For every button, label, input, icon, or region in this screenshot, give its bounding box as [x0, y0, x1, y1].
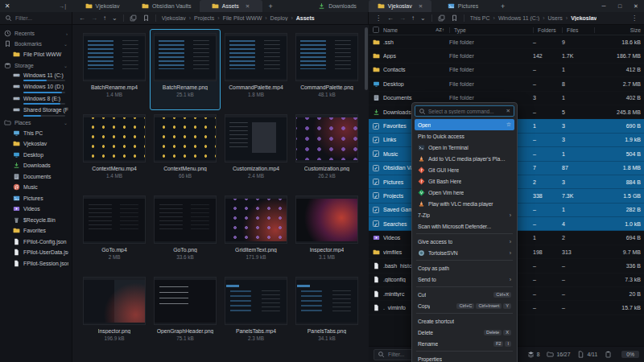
sidebar-section-recents[interactable]: Recents› [0, 28, 72, 39]
breadcrumb-segment[interactable]: Vjekoslav [162, 15, 186, 21]
grid-item-batchrename-mp4[interactable]: BatchRename.mp41.4 MB [79, 29, 150, 110]
row-checkbox[interactable]: ✓ [373, 207, 379, 213]
menu-item-7-zip[interactable]: 7-Zip› [415, 209, 514, 220]
chevron-icon[interactable]: ⌄ [64, 41, 68, 47]
menu-item-cut[interactable]: CutCtrl+X [415, 289, 514, 300]
row-checkbox[interactable]: ✓ [373, 192, 379, 199]
sidebar-item-windows-8-e[interactable]: Windows 8 (E:) [0, 94, 72, 106]
grid-item-panelstabs-png[interactable]: PanelsTabs.png34.1 kB [291, 273, 362, 354]
left-pane-scrollbar[interactable] [365, 27, 368, 90]
column-header-folders[interactable]: Folders [533, 27, 562, 33]
forward-button[interactable]: → [91, 14, 97, 22]
menu-item-send-to[interactable]: Send to› [415, 274, 514, 285]
grid-item-contextmenu-mp4[interactable]: ContextMenu.mp41.4 MB [79, 110, 150, 191]
grid-item-inspector-png[interactable]: Inspector.png196.9 kB [79, 273, 150, 354]
tab-downloads[interactable]: Downloads [306, 0, 369, 12]
sidebar-item-pictures[interactable]: Pictures [0, 193, 72, 204]
menu-item-properties[interactable]: Properties [415, 353, 514, 362]
minimize-button[interactable]: ─ [596, 3, 612, 9]
sidebar-item-windows-11-c[interactable]: Windows 11 (C:) [0, 71, 72, 83]
menu-item-copy[interactable]: CopyCtrl+CCtrl+InsertY [415, 300, 514, 311]
menu-item-pin-to-quick-access[interactable]: Pin to Quick access [415, 130, 514, 142]
grid-item-opengraphheader-png[interactable]: OpenGraphHeader.png75.1 kB [150, 273, 221, 354]
row-checkbox[interactable]: ✓ [373, 123, 379, 130]
right-breadcrumb[interactable]: This PC›Windows 11 (C:)›Users›Vjekoslav [470, 15, 597, 21]
clone-tab-icon[interactable] [438, 14, 445, 22]
sidebar-item-shared-storage-f[interactable]: Shared Storage (F:) [0, 105, 72, 117]
sidebar-toggle-icon[interactable]: →| [14, 0, 71, 12]
row-checkbox[interactable]: ✓ [373, 179, 379, 185]
maximize-button[interactable]: □ [612, 3, 628, 9]
tab-vjekoslav[interactable]: Vjekoslav✕ [369, 0, 431, 12]
row-checkbox[interactable]: ✓ [373, 220, 379, 227]
menu-item-delete[interactable]: DeleteDeleteX [415, 327, 514, 338]
breadcrumb-segment[interactable]: Vjekoslav [571, 15, 597, 21]
sidebar-item-fpilot-config-json[interactable]: FPilot-Config.json [0, 237, 72, 248]
column-header-size[interactable]: Size [594, 27, 641, 33]
column-header-type[interactable]: Type [449, 27, 533, 33]
tab-assets[interactable]: Assets✕ [200, 0, 262, 12]
grid-item-commandpalette-mp4[interactable]: CommandPalette.mp41.8 MB [221, 29, 291, 110]
sidebar-section-places[interactable]: Places⌄ [0, 117, 72, 128]
menu-item-play-with-vlc-media-player[interactable]: Play with VLC media player [415, 198, 514, 209]
breadcrumb-segment[interactable]: Assets [296, 15, 315, 21]
menu-item-tortoisesvn[interactable]: TortoiseSVN› [415, 247, 514, 258]
column-header-name[interactable]: Name AZ↑ [383, 27, 449, 33]
row-checkbox[interactable]: ✓ [373, 165, 379, 171]
chevron-icon[interactable]: ⌄ [64, 63, 68, 68]
menu-item-scan-with-microsoft-defender[interactable]: Scan with Microsoft Defender... [415, 220, 514, 232]
up-button[interactable]: ↑ [103, 14, 106, 22]
menu-item-rename[interactable]: RenameF2I [415, 338, 514, 349]
breadcrumb-segment[interactable]: Deploy [270, 15, 288, 21]
sidebar-section-storage[interactable]: Storage⌄ [0, 60, 72, 71]
sidebar-item-desktop[interactable]: Desktop [0, 150, 72, 161]
sort-ascending-icon[interactable]: AZ↑ [436, 27, 444, 32]
sidebar-item-videos[interactable]: Videos [0, 204, 72, 215]
tab-obsidian-vaults[interactable]: Obsidian Vaults [134, 0, 200, 12]
breadcrumb-segment[interactable]: Users [548, 15, 563, 21]
close-icon[interactable]: ✕ [506, 108, 510, 114]
sidebar-item-windows-10-d[interactable]: Windows 10 (D:) [0, 82, 72, 94]
sidebar-item-downloads[interactable]: Downloads [0, 160, 72, 171]
bookmark-icon[interactable] [451, 14, 458, 22]
sidebar-filter[interactable]: Filter... [0, 12, 72, 24]
command-search[interactable]: ✕ [415, 105, 514, 117]
chevron-icon[interactable]: › [66, 31, 68, 36]
close-icon[interactable]: ✕ [246, 3, 250, 10]
menu-item-copy-as-path[interactable]: Copy as path [415, 262, 514, 274]
menu-item-open-vim-here[interactable]: Open Vim here [415, 187, 514, 198]
sidebar-item-fpilot-userdata-json[interactable]: FPilot-UserData.json [0, 247, 72, 258]
column-header-files[interactable]: Files [562, 27, 594, 33]
grid-item-panelstabs-mp4[interactable]: PanelsTabs.mp42.3 MB [221, 273, 291, 354]
menu-item-git-bash-here[interactable]: Git Bash Here [415, 175, 514, 187]
grid-item-contextmenu-png[interactable]: ContextMenu.png66 kB [150, 110, 221, 191]
tab-pictures[interactable]: Pictures [431, 0, 494, 12]
breadcrumb-segment[interactable]: This PC [470, 15, 490, 21]
close-button[interactable]: ✕ [628, 3, 644, 10]
star-icon[interactable]: ☆ [506, 121, 511, 128]
table-row-desktop[interactable]: DesktopFile folder–82.7 MB [369, 77, 644, 91]
sidebar-item-music[interactable]: Music [0, 182, 72, 193]
grid-item-inspector-mp4[interactable]: Inspector.mp43.1 MB [291, 191, 362, 273]
history-dropdown-icon[interactable]: ⌄ [112, 14, 118, 22]
left-breadcrumb[interactable]: Vjekoslav›Projects›File Pilot WWW›Deploy… [162, 15, 315, 21]
sidebar-item-this-pc[interactable]: This PC [0, 128, 72, 139]
tab-vjekoslav[interactable]: Vjekoslav [71, 0, 134, 12]
table-row-contacts[interactable]: ContactsFile folder–1412 B [369, 64, 644, 77]
menu-item-give-access-to[interactable]: Give access to› [415, 236, 514, 247]
breadcrumb-segment[interactable]: Projects [194, 15, 214, 21]
grid-item-batchrename-png[interactable]: BatchRename.png25.1 kB [150, 29, 221, 110]
close-icon[interactable]: ✕ [419, 3, 423, 10]
menu-item-open[interactable]: Open☆ [415, 119, 514, 130]
table-row-ssh[interactable]: .sshFile folder–918.6 kB [369, 35, 644, 49]
grid-item-commandpalette-png[interactable]: CommandPalette.png48.1 kB [291, 29, 362, 110]
breadcrumb-segment[interactable]: File Pilot WWW [223, 15, 262, 21]
pane-menu-icon[interactable]: ⋮ [375, 14, 382, 22]
forward-button[interactable]: → [399, 14, 406, 22]
back-button[interactable]: ← [79, 14, 85, 22]
sidebar-item-file-pilot-www[interactable]: File Pilot WWW [0, 49, 72, 60]
menu-item-git-gui-here[interactable]: Git GUI Here [415, 164, 514, 175]
row-checkbox[interactable]: ✓ [373, 150, 379, 157]
clone-tab-icon[interactable] [130, 14, 137, 22]
menu-item-create-shortcut[interactable]: Create shortcut [415, 315, 514, 327]
